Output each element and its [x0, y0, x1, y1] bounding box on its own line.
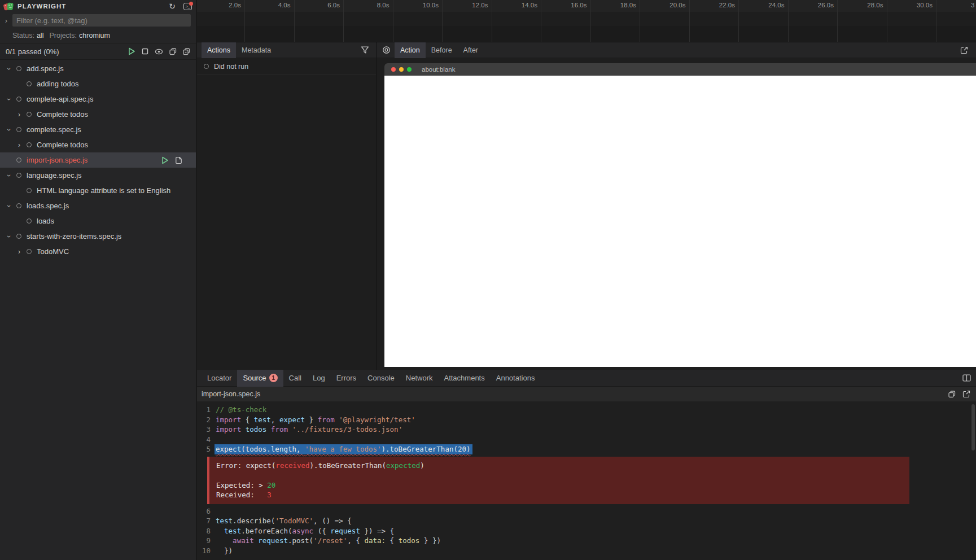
tab-call[interactable]: Call — [283, 370, 307, 387]
test-tree-row[interactable]: import-json.spec.js — [0, 152, 196, 168]
tab-log[interactable]: Log — [307, 370, 331, 387]
test-circle-icon — [16, 158, 21, 163]
test-tree-row[interactable]: ›add.spec.js — [0, 61, 196, 76]
test-tree-label: complete.spec.js — [27, 125, 81, 134]
chevron-right-icon[interactable]: › — [15, 141, 24, 149]
test-circle-icon — [16, 66, 21, 71]
timeline-tick-label: 2.0s — [229, 2, 241, 8]
test-tree-row[interactable]: loads — [0, 213, 196, 229]
test-tree-row[interactable]: ›loads.spec.js — [0, 198, 196, 213]
test-circle-icon — [16, 173, 21, 178]
timeline-tick-label: 14.0s — [522, 2, 537, 8]
pick-locator-target-icon[interactable] — [382, 46, 391, 54]
chevron-down-icon[interactable]: › — [5, 95, 14, 103]
reload-tests-icon[interactable]: ↻ — [169, 2, 176, 10]
filter-input[interactable] — [12, 14, 191, 27]
toggle-output-terminal-icon[interactable]: >_ — [183, 3, 192, 10]
chevron-down-icon[interactable]: › — [5, 202, 14, 210]
code-line: 6 — [197, 506, 976, 517]
tab-actions[interactable]: Actions — [202, 42, 236, 58]
timeline-gridline — [244, 0, 245, 42]
actions-metadata-tabbar: ActionsMetadata — [197, 42, 376, 58]
line-number: 8 — [197, 526, 211, 536]
details-panel: LocatorSource1CallLogErrorsConsoleNetwor… — [197, 370, 976, 560]
snapshot-panel: ActionBeforeAfter about:blank — [377, 42, 976, 370]
timeline-tick-label: 28.0s — [867, 2, 883, 8]
source-code-view[interactable]: 1// @ts-check2import { test, expect } fr… — [197, 401, 976, 555]
projects-value: chromium — [79, 32, 110, 40]
browser-snapshot-window: about:blank — [384, 63, 976, 367]
tab-action[interactable]: Action — [395, 42, 426, 58]
test-tree-label: loads.spec.js — [27, 202, 69, 210]
timeline-tick-label: 18.0s — [620, 2, 636, 8]
scrollbar-thumb[interactable] — [971, 404, 975, 450]
test-tree-row[interactable]: ›language.spec.js — [0, 168, 196, 183]
browser-viewport[interactable] — [384, 76, 976, 367]
chevron-down-icon[interactable]: › — [5, 126, 14, 134]
details-tabbar: LocatorSource1CallLogErrorsConsoleNetwor… — [197, 370, 976, 387]
filter-expand-chevron[interactable]: › — [0, 16, 12, 25]
test-tree-label: adding todos — [37, 80, 78, 88]
test-circle-icon — [204, 64, 209, 69]
run-test-button[interactable] — [161, 156, 169, 164]
collapse-all-icon[interactable] — [183, 48, 190, 55]
tab-locator[interactable]: Locator — [202, 370, 237, 387]
inline-error-box: Error: expect(received).toBeGreaterThan(… — [207, 457, 909, 504]
tab-before[interactable]: Before — [426, 42, 458, 58]
playwright-logo — [3, 1, 14, 11]
copy-icon[interactable] — [948, 391, 956, 398]
timeline-gridline — [343, 0, 344, 42]
filter-row: › — [0, 12, 196, 28]
timeline-actions-band — [197, 12, 976, 26]
timeline-gridline — [837, 0, 838, 42]
test-tree-row[interactable]: ›complete-api.spec.js — [0, 91, 196, 107]
filter-actions-icon[interactable] — [361, 46, 369, 54]
chevron-down-icon[interactable]: › — [5, 172, 14, 180]
playwright-ui-mode-window: PLAYWRIGHT ↻ >_ › Status: all Projects: … — [0, 0, 976, 560]
tab-network[interactable]: Network — [400, 370, 439, 387]
line-number: 3 — [197, 425, 211, 435]
tab-after[interactable]: After — [458, 42, 484, 58]
timeline-gridline — [492, 0, 492, 42]
test-list-sidebar: PLAYWRIGHT ↻ >_ › Status: all Projects: … — [0, 0, 196, 560]
open-snapshot-external-icon[interactable] — [960, 46, 968, 54]
test-tree: ›add.spec.jsadding todos›complete-api.sp… — [0, 60, 196, 259]
test-tree-row[interactable]: ›Complete todos — [0, 107, 196, 122]
tab-source[interactable]: Source1 — [237, 370, 283, 387]
test-tree-row[interactable]: ›TodoMVC — [0, 244, 196, 259]
test-tree-row[interactable]: HTML language attribute is set to Englis… — [0, 183, 196, 198]
test-tree-row[interactable]: ›Complete todos — [0, 137, 196, 152]
snapshot-tabbar: ActionBeforeAfter — [377, 42, 976, 58]
test-tree-label: import-json.spec.js — [27, 156, 87, 164]
chevron-right-icon[interactable]: › — [15, 111, 24, 119]
chevron-down-icon[interactable]: › — [5, 233, 14, 240]
stop-button[interactable] — [142, 48, 148, 55]
panel-split-icon[interactable] — [962, 374, 971, 382]
tab-metadata[interactable]: Metadata — [236, 42, 277, 58]
watch-all-eye-icon[interactable] — [155, 49, 163, 55]
filter-status-row[interactable]: Status: all Projects: chromium — [0, 28, 196, 43]
show-source-button[interactable] — [175, 156, 182, 164]
open-source-external-icon[interactable] — [962, 390, 970, 398]
code-line: 4 — [197, 435, 976, 445]
test-tree-label: HTML language attribute is set to Englis… — [37, 186, 170, 195]
tab-errors[interactable]: Errors — [331, 370, 362, 387]
test-circle-icon — [16, 97, 21, 102]
code-text: await request.post('/reset', { data: { t… — [216, 536, 441, 546]
did-not-run-row: Did not run — [197, 58, 376, 75]
code-text: test.describe('TodoMVC', () => { — [216, 516, 352, 526]
test-tree-label: starts-with-zero-items.spec.js — [27, 232, 121, 240]
test-tree-row[interactable]: ›complete.spec.js — [0, 122, 196, 137]
test-tree-row[interactable]: ›starts-with-zero-items.spec.js — [0, 229, 196, 244]
run-all-button[interactable] — [128, 47, 135, 55]
chevron-down-icon[interactable]: › — [5, 65, 14, 73]
tab-annotations[interactable]: Annotations — [491, 370, 541, 387]
chevron-right-icon[interactable]: › — [15, 248, 24, 256]
copy-visible-tests-icon[interactable] — [169, 48, 177, 55]
tab-attachments[interactable]: Attachments — [438, 370, 490, 387]
test-tree-row[interactable]: adding todos — [0, 76, 196, 91]
timeline-ruler[interactable]: 2.0s4.0s6.0s8.0s10.0s12.0s14.0s16.0s18.0… — [197, 0, 976, 42]
highlighted-error-line: expect(todos.length, 'have a few todos')… — [215, 444, 472, 454]
tab-console[interactable]: Console — [362, 370, 400, 387]
timeline-gridline — [541, 0, 541, 42]
